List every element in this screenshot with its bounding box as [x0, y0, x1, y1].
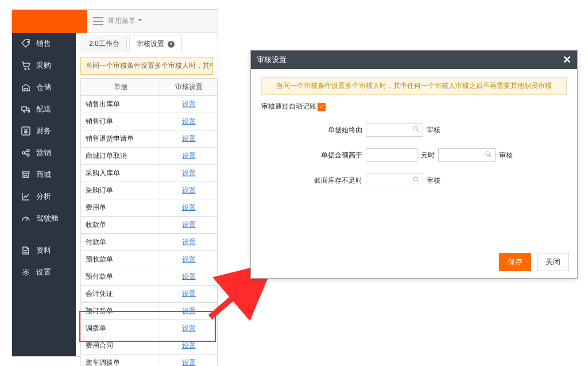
- configure-link[interactable]: 设置: [182, 117, 196, 125]
- audit-settings-dialog: 审核设置 ✕ 当同一个审核条件设置多个审核人时，其中任何一个审核人审核之后不再需…: [250, 50, 578, 279]
- sidebar-item-purchase[interactable]: 采购: [12, 55, 76, 76]
- tab-label: 审核设置: [137, 39, 164, 49]
- form-row-always-by: 单据始终由 审核: [313, 123, 567, 137]
- action-cell: 设置: [160, 217, 218, 234]
- sidebar-item-docs[interactable]: 资料: [12, 240, 76, 261]
- sidebar-item-settings[interactable]: 设置: [12, 261, 76, 283]
- topbar: 常用菜单: [87, 10, 218, 33]
- amount-approver-lookup-input[interactable]: [438, 148, 496, 162]
- sidebar-item-sales[interactable]: 销售: [12, 33, 76, 55]
- form-row-amount: 单据金额高于 元时 审核: [313, 148, 567, 162]
- configure-link[interactable]: 设置: [182, 203, 196, 211]
- search-icon: [485, 151, 493, 159]
- field-label: 账面库存不足时: [313, 176, 362, 186]
- menu-toggle-icon[interactable]: [93, 17, 103, 25]
- sidebar-item-label: 设置: [36, 267, 51, 278]
- sidebar-item-marketing[interactable]: 营销: [12, 142, 76, 164]
- yen-icon: [21, 126, 30, 136]
- checkbox-checked-icon[interactable]: ✓: [318, 103, 326, 111]
- dialog-title: 审核设置: [257, 55, 287, 65]
- cart-icon: [21, 61, 30, 70]
- close-icon[interactable]: ×: [168, 41, 175, 48]
- action-cell: 设置: [160, 199, 218, 217]
- sidebar-item-cockpit[interactable]: 驾驶舱: [12, 207, 76, 229]
- doc-name-cell: 销售订单: [81, 113, 160, 130]
- sidebar-item-warehouse[interactable]: 仓储: [12, 76, 76, 98]
- sidebar-item-analysis[interactable]: 分析: [12, 186, 76, 207]
- table-row: 费用合同设置: [81, 337, 218, 355]
- svg-point-1: [22, 152, 25, 154]
- doc-name-cell: 销售出库单: [81, 96, 160, 113]
- doc-name-cell: 预收款单: [81, 251, 160, 268]
- table-row: 采购订单设置: [81, 182, 218, 199]
- configure-link[interactable]: 设置: [182, 152, 196, 160]
- table-row: 预收款单设置: [81, 251, 218, 268]
- action-cell: 设置: [160, 182, 218, 199]
- doc-name-cell: 预付款单: [81, 268, 160, 286]
- configure-link[interactable]: 设置: [182, 290, 196, 298]
- stock-approver-lookup-input[interactable]: [366, 174, 423, 187]
- save-button[interactable]: 保存: [499, 253, 531, 271]
- table-row: 预付款单设置: [81, 268, 218, 286]
- approver-lookup-input[interactable]: [366, 123, 423, 137]
- action-cell: 设置: [160, 130, 218, 148]
- truck-icon: [21, 105, 30, 114]
- dialog-footer: 保存 关闭: [499, 253, 569, 271]
- configure-link[interactable]: 设置: [182, 221, 196, 229]
- configure-link[interactable]: 设置: [182, 307, 196, 315]
- svg-point-3: [27, 154, 29, 156]
- tab-workbench[interactable]: 2.0工作台: [82, 36, 127, 52]
- brand-bar: [12, 10, 87, 33]
- configure-link[interactable]: 设置: [182, 169, 196, 177]
- table-header-action: 审核设置: [160, 79, 218, 96]
- configure-link[interactable]: 设置: [182, 255, 196, 263]
- table-header-doc: 单据: [81, 79, 160, 96]
- field-suffix: 审核: [427, 125, 440, 135]
- doc-name-cell: 费用单: [81, 199, 160, 217]
- configure-link[interactable]: 设置: [182, 324, 196, 332]
- search-icon: [412, 176, 420, 184]
- svg-point-10: [413, 177, 417, 181]
- configure-link[interactable]: 设置: [182, 272, 196, 280]
- svg-point-2: [27, 149, 29, 152]
- content-area: 2.0工作台 审核设置 × 当同一个审核条件设置多个审核人时，其中任 单据 审核…: [76, 33, 218, 356]
- configure-link[interactable]: 设置: [182, 238, 196, 246]
- table-row: 调拨单设置: [81, 320, 218, 337]
- form-row-stock: 账面库存不足时 审核: [313, 174, 567, 187]
- close-icon[interactable]: ✕: [563, 53, 571, 66]
- sidebar-item-mall[interactable]: 商城: [12, 164, 76, 186]
- sidebar-item-label: 商城: [36, 169, 51, 180]
- close-button[interactable]: 关闭: [537, 253, 569, 271]
- action-cell: 设置: [160, 303, 218, 320]
- table-row: 收款单设置: [81, 217, 218, 234]
- action-cell: 设置: [160, 148, 218, 165]
- configure-link[interactable]: 设置: [182, 100, 196, 108]
- table-row: 预订货单设置: [81, 303, 218, 320]
- sidebar-item-finance[interactable]: 财务: [12, 120, 76, 142]
- table-row: 商城订单取消设置: [81, 148, 218, 165]
- store-icon: [21, 170, 30, 179]
- common-menu-dropdown[interactable]: 常用菜单: [108, 16, 142, 26]
- svg-line-11: [417, 180, 419, 183]
- svg-line-7: [417, 130, 419, 132]
- table-row: 付款单设置: [81, 234, 218, 251]
- sidebar-item-label: 仓储: [36, 82, 51, 93]
- configure-link[interactable]: 设置: [182, 186, 196, 194]
- dialog-warning: 当同一个审核条件设置多个审核人时，其中任何一个审核人审核之后不再需要其他职员审核: [261, 77, 567, 95]
- sidebar-item-label: 财务: [36, 126, 51, 136]
- action-cell: 设置: [160, 165, 218, 182]
- tab-label: 2.0工作台: [89, 39, 119, 49]
- table-row: 销售订单设置: [81, 113, 218, 130]
- doc-name-cell: 调拨单: [81, 320, 160, 337]
- doc-name-cell: 装车调拨单: [81, 355, 160, 367]
- configure-link[interactable]: 设置: [182, 359, 196, 366]
- table-row: 装车调拨单设置: [81, 355, 218, 367]
- tab-audit-settings[interactable]: 审核设置 ×: [129, 36, 182, 52]
- action-cell: 设置: [160, 286, 218, 303]
- svg-point-8: [486, 152, 490, 156]
- sidebar-item-delivery[interactable]: 配送: [12, 98, 76, 120]
- field-suffix: 审核: [499, 151, 513, 160]
- configure-link[interactable]: 设置: [182, 134, 196, 142]
- configure-link[interactable]: 设置: [182, 341, 196, 349]
- amount-threshold-input[interactable]: [366, 148, 417, 162]
